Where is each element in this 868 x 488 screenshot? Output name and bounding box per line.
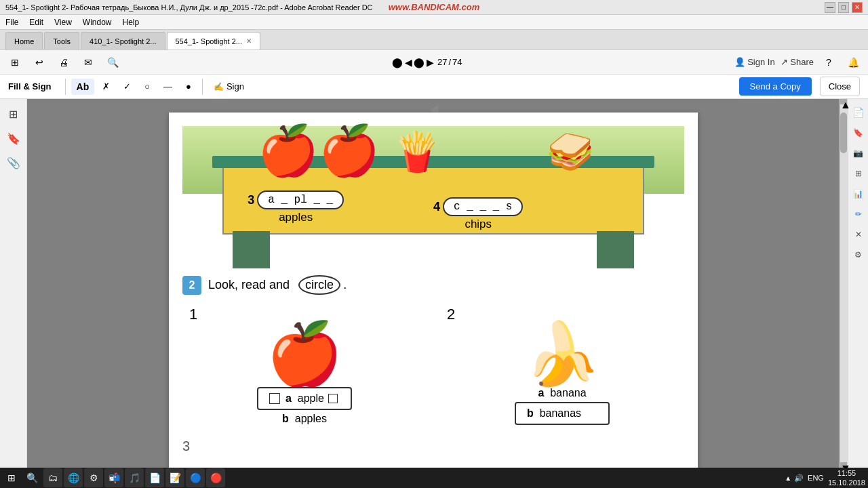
close-window-button[interactable]: ✕: [852, 2, 863, 13]
right-icon-5[interactable]: 📊: [850, 186, 867, 202]
tool-dot[interactable]: ●: [180, 79, 197, 94]
tool-cross[interactable]: ✗: [97, 79, 115, 94]
print-button[interactable]: 🖨: [54, 53, 73, 72]
taskbar-app-7[interactable]: 📝: [165, 468, 184, 487]
scroll-up-btn[interactable]: ▲: [840, 99, 847, 104]
share-button[interactable]: ↗ Share: [781, 57, 814, 67]
taskbar-app-4[interactable]: 📬: [104, 468, 123, 487]
start-button[interactable]: ⊞: [3, 469, 20, 487]
word-input-3[interactable]: a _ pl _ _: [257, 190, 344, 209]
choice-1a[interactable]: a apple: [257, 387, 352, 410]
menu-help[interactable]: Help: [123, 18, 140, 27]
right-icon-6[interactable]: ✏: [850, 206, 867, 222]
menu-view[interactable]: View: [54, 18, 72, 27]
clock: 11:55 15.10.2018: [828, 468, 865, 488]
scrollbar-thumb[interactable]: [840, 113, 847, 153]
right-sidebar: 📄 🔖 📷 ⊞ 📊 ✏ ✕ ⚙: [848, 99, 868, 468]
fries-food: 🍟: [393, 129, 441, 174]
tab-home[interactable]: Home: [5, 32, 43, 49]
language-indicator[interactable]: ENG: [808, 474, 824, 482]
search-taskbar-button[interactable]: 🔍: [23, 469, 41, 487]
clock-date: 15.10.2018: [828, 478, 865, 487]
next-page-button[interactable]: ⬤ ▶: [416, 54, 432, 70]
exercise-2: 2 Look, read and circle . 1 🍎: [182, 275, 684, 454]
signin-button[interactable]: 👤 Sign In: [734, 57, 775, 67]
minimize-button[interactable]: —: [825, 2, 835, 13]
notifications-button[interactable]: 🔔: [844, 53, 863, 72]
item-2-fruit: 🍌: [524, 323, 600, 384]
word-box-4-container: 4 c _ _ _ s chips: [433, 197, 523, 231]
instruction-text: Look, read and: [208, 278, 290, 292]
tab-tools[interactable]: Tools: [44, 32, 79, 49]
item-2-num: 2: [447, 306, 455, 323]
bookmarks-icon[interactable]: 🔖: [4, 129, 23, 148]
word-input-4[interactable]: c _ _ _ s: [443, 197, 523, 216]
tab-spotlight-1[interactable]: 410_1- Spotlight 2...: [81, 32, 165, 49]
pages-icon[interactable]: ⊞: [4, 104, 23, 123]
systray-icon-1[interactable]: 🔊: [794, 474, 804, 483]
tab-spotlight-1-label: 410_1- Spotlight 2...: [90, 37, 156, 45]
taskbar-app-9[interactable]: 🔴: [206, 468, 225, 487]
taskbar-apps: 🗂 🌐 ⚙ 📬 🎵 📄 📝 🔵 🔴: [43, 468, 782, 487]
tool-ab[interactable]: Ab: [71, 79, 95, 95]
taskbar-app-8[interactable]: 🔵: [186, 468, 205, 487]
taskbar-app-6[interactable]: 📄: [145, 468, 164, 487]
exercise-instruction: 2 Look, read and circle .: [182, 275, 684, 295]
right-icon-8[interactable]: ⚙: [850, 247, 867, 263]
prev-page-button[interactable]: ⬤ ◀: [394, 54, 410, 70]
search-button[interactable]: 🔍: [103, 53, 122, 72]
thumbnail-button[interactable]: ⊞: [5, 53, 24, 72]
choice-1a-label: a apple: [285, 392, 324, 405]
bandicam-watermark: www.BANDICAM.com: [389, 2, 480, 12]
maximize-button[interactable]: □: [838, 2, 849, 13]
taskbar-app-5[interactable]: 🎵: [125, 468, 144, 487]
scroll-down-btn[interactable]: ▼: [840, 462, 847, 468]
pdf-area: ◀ 🍎🍎 🍟 🥪 3: [27, 99, 840, 468]
signin-icon: 👤: [734, 57, 745, 67]
pdf-page: 🍎🍎 🍟 🥪 3 a _ pl _ _ apples 4 c _ _ _ s: [169, 113, 698, 468]
menu-window[interactable]: Window: [83, 18, 112, 27]
systray-arrow[interactable]: ▲: [785, 474, 791, 482]
item-2: 2 🍌 a banana b bananas: [440, 306, 684, 425]
page-current: 27: [437, 57, 447, 67]
taskbar-app-1[interactable]: 🗂: [43, 468, 62, 487]
page-display: 27 / 74: [437, 57, 462, 67]
help-button[interactable]: ?: [819, 53, 838, 72]
page-total: 74: [452, 57, 462, 67]
tab-bar: Home Tools 410_1- Spotlight 2... 554_1- …: [0, 30, 868, 50]
tool-check[interactable]: ✓: [118, 79, 136, 94]
right-icon-3[interactable]: 📷: [850, 145, 867, 161]
tool-sign[interactable]: ✍ Sign: [208, 79, 250, 94]
right-icon-1[interactable]: 📄: [850, 104, 867, 121]
tools-icon[interactable]: 📎: [4, 153, 23, 172]
item-1-fruit: 🍎: [267, 323, 342, 384]
email-button[interactable]: ✉: [79, 53, 98, 72]
menu-file[interactable]: File: [5, 18, 18, 27]
word-answer-4: chips: [465, 218, 492, 231]
tab-spotlight-2[interactable]: 554_1- Spotlight 2... ✕: [167, 32, 260, 49]
tab-close-icon[interactable]: ✕: [246, 37, 252, 45]
tool-circle[interactable]: ○: [139, 79, 155, 94]
share-icon: ↗: [781, 57, 788, 67]
separator: [65, 79, 66, 95]
taskbar-app-3[interactable]: ⚙: [84, 468, 103, 487]
tab-home-label: Home: [14, 37, 34, 45]
window-controls[interactable]: — □ ✕: [825, 2, 863, 13]
checkbox-1a[interactable]: [269, 393, 280, 404]
vertical-scrollbar[interactable]: ▲ ▼: [840, 99, 848, 468]
send-copy-button[interactable]: Send a Copy: [739, 77, 812, 96]
close-fill-sign-button[interactable]: Close: [820, 77, 860, 96]
right-icon-2[interactable]: 🔖: [850, 125, 867, 141]
tool-line[interactable]: —: [158, 79, 178, 94]
right-icon-7[interactable]: ✕: [850, 226, 867, 243]
word-box-4: 4 c _ _ _ s: [433, 197, 523, 216]
right-icon-4[interactable]: ⊞: [850, 165, 867, 182]
choice-2b[interactable]: b bananas: [515, 402, 610, 425]
taskbar-app-2[interactable]: 🌐: [64, 468, 83, 487]
choice-1b: b apples: [282, 413, 327, 425]
menu-bar: File Edit View Window Help: [0, 15, 868, 30]
checkbox-sq-1a[interactable]: [328, 394, 338, 403]
back-button[interactable]: ↩: [30, 53, 49, 72]
menu-edit[interactable]: Edit: [29, 18, 43, 27]
exercise-num: 2: [182, 276, 201, 295]
